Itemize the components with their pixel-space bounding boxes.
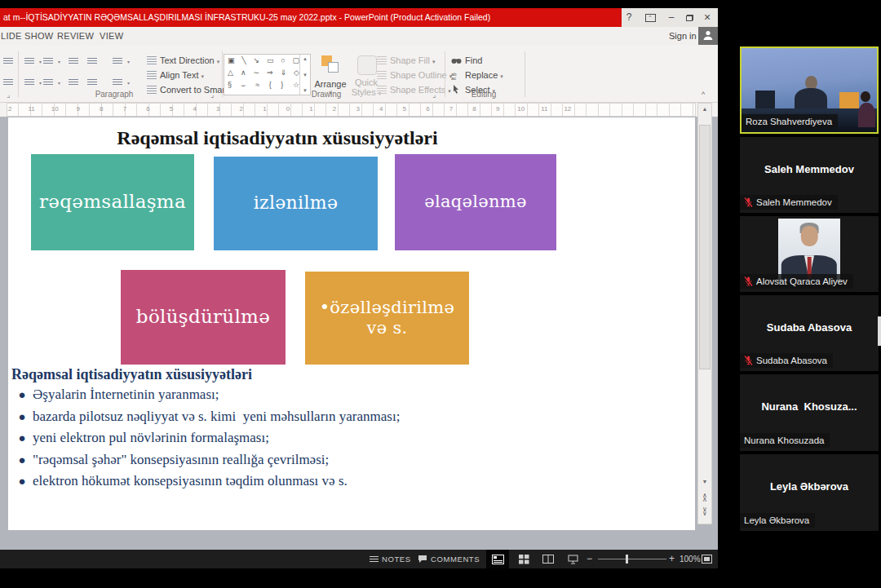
paragraph-dialog-launcher[interactable]: ⌟ — [210, 91, 214, 99]
slide-sorter-view-button[interactable] — [512, 550, 535, 568]
slide-shape[interactable]: izlənilmə — [214, 157, 378, 250]
numbering-button[interactable]: ▾ — [42, 55, 55, 69]
ruler-number: 2 — [236, 105, 247, 113]
shape-icon[interactable]: ∼ — [253, 67, 259, 79]
shape-icon[interactable]: § — [228, 79, 232, 91]
scrollbar-thumb[interactable] — [699, 125, 711, 369]
shape-outline-button[interactable]: Shape Outline▾ — [377, 70, 452, 83]
participant-tile[interactable]: Nurana Khosuza...Nurana Khosuzada — [740, 374, 879, 451]
ruler-number: 6 — [142, 105, 153, 113]
bullet-dot: ● — [11, 409, 33, 425]
shape-icon[interactable]: △ — [228, 67, 233, 79]
bullets-button[interactable]: ▾ — [23, 55, 37, 69]
tab-review[interactable]: REVIEW — [57, 27, 94, 45]
slide-shape-label: izlənilmə — [242, 192, 350, 214]
ruler-number: 7 — [119, 105, 131, 113]
shape-icon[interactable]: ⌣ — [241, 79, 246, 91]
tab-slide-show[interactable]: LIDE SHOW — [1, 27, 53, 45]
help-button[interactable]: ? — [620, 8, 638, 27]
ruler-number: 4 — [189, 105, 201, 113]
font-group-partial-icon[interactable] — [2, 77, 15, 90]
comments-button[interactable]: COMMENTS — [431, 550, 480, 568]
slide-scrollbar[interactable]: ▲ ▼ ∧∧ ∨∨ — [697, 103, 712, 524]
justify-button[interactable] — [86, 77, 100, 90]
slide-title[interactable]: Rəqəmsal iqtisadiyyatın xüsusiyyətləri — [8, 127, 547, 149]
slide-shape[interactable]: •özəlləşdirilmə və s. — [305, 272, 469, 365]
participant-tile[interactable]: Roza Shahverdiyeva — [740, 46, 879, 134]
slide-show-view-button[interactable] — [561, 550, 584, 568]
format-painter-partial-icon[interactable] — [2, 55, 15, 69]
zoom-in-button[interactable]: + — [669, 550, 675, 568]
font-dialog-launcher[interactable]: ⌟ — [7, 91, 10, 99]
zoom-slider-thumb[interactable] — [626, 555, 628, 564]
participant-name-label: Alovsat Qaraca Aliyev — [740, 274, 853, 289]
shape-fill-button[interactable]: Shape Fill▾ — [377, 55, 435, 69]
align-right-button[interactable] — [67, 77, 81, 90]
shape-icon[interactable]: ◇ — [294, 67, 299, 79]
scroll-down-icon[interactable]: ▼ — [698, 479, 711, 484]
slide-shape[interactable]: bölüşdürülmə — [121, 270, 286, 365]
shape-icon[interactable]: ○ — [281, 55, 285, 67]
replace-button[interactable]: abacReplace▾ — [451, 70, 503, 83]
participant-tile[interactable]: Sudaba Abasova Sudaba Abasova — [740, 295, 879, 371]
indent-increase-button[interactable] — [86, 55, 100, 69]
slide-bullet-list[interactable]: ●Əşyalarin İnternetinin yaranması;●bazar… — [11, 387, 599, 495]
align-center-button[interactable]: ▾ — [42, 77, 55, 90]
align-text-button[interactable]: Align Text▾ — [147, 70, 204, 83]
bullet-item: ●yeni elektron pul növlərinin formalaşma… — [11, 430, 599, 446]
line-spacing-icon — [113, 58, 122, 65]
close-button[interactable]: × — [698, 8, 716, 27]
participant-tile[interactable]: Saleh Memmedov Saleh Memmedov — [740, 137, 879, 213]
arrange-button[interactable]: Arrange — [308, 79, 352, 89]
indent-decrease-button[interactable] — [67, 55, 81, 69]
shape-outline-icon — [377, 71, 387, 79]
find-button[interactable]: Find — [451, 55, 482, 69]
shape-icon[interactable]: ≈ — [255, 79, 259, 91]
slide-shape[interactable]: əlaqələnmə — [395, 154, 556, 250]
text-direction-button[interactable]: Text Direction▾ — [147, 55, 219, 69]
slide-list-heading[interactable]: Rəqəmsal iqtisadiyyatın xüsusiyyətləri — [11, 366, 252, 383]
reading-view-button[interactable] — [537, 550, 560, 568]
minimize-button[interactable]: – — [662, 8, 680, 27]
sign-in-link[interactable]: Sign in — [669, 27, 697, 45]
collapse-ribbon-button[interactable]: ^ — [702, 91, 705, 99]
bullet-dot: ● — [11, 473, 33, 489]
previous-slide-button[interactable]: ∧∧ — [698, 493, 711, 502]
participants-scrollbar-thumb[interactable] — [878, 316, 881, 346]
participant-tile[interactable]: Alovsat Qaraca Aliyev — [740, 216, 879, 292]
zoom-level[interactable]: 100% — [680, 550, 701, 568]
zoom-slider-track[interactable] — [598, 559, 666, 559]
scroll-up-icon[interactable]: ▲ — [698, 106, 711, 112]
ruler-number: 10 — [49, 105, 60, 113]
zoom-out-button[interactable]: − — [587, 550, 592, 568]
shape-icon[interactable]: ▭ — [267, 55, 274, 67]
restore-button[interactable] — [680, 8, 698, 27]
line-spacing-button[interactable]: ▾ — [111, 55, 125, 69]
align-left-button[interactable]: ▾ — [23, 77, 37, 90]
shape-icon[interactable]: ⇒ — [267, 67, 273, 79]
slide-canvas[interactable]: Rəqəmsal iqtisadiyyatın xüsusiyyətləri r… — [8, 117, 695, 530]
participant-name: Roza Shahverdiyeva — [746, 116, 832, 127]
drawing-dialog-launcher[interactable]: ⌟ — [432, 91, 436, 99]
columns-button[interactable]: ▾ — [111, 77, 125, 90]
slide-shape[interactable]: rəqəmsallaşma — [31, 154, 194, 250]
shape-icon[interactable]: ∧ — [241, 67, 246, 79]
fit-slide-to-window-icon[interactable] — [702, 555, 712, 564]
tab-view[interactable]: VIEW — [100, 27, 123, 45]
notes-button[interactable]: NOTES — [382, 550, 411, 568]
normal-view-button[interactable] — [486, 550, 509, 568]
horizontal-ruler[interactable]: 1211109876543210123456789101112 — [7, 103, 696, 117]
shape-icon[interactable]: ⇓ — [281, 67, 287, 79]
shape-icon[interactable]: ↘ — [254, 55, 260, 67]
next-slide-button[interactable]: ∨∨ — [698, 507, 711, 515]
bullet-dot: ● — [11, 387, 33, 403]
shapes-grid: ▣╲↘▭○▢△∧∼⇒⇓◇§⌣≈{}☆ — [224, 55, 310, 91]
ribbon-display-options-button[interactable]: ^ — [641, 8, 659, 27]
participant-tile[interactable]: Leyla ƏkbərovaLeyla Əkbərova — [740, 454, 879, 531]
ruler-number: 5 — [399, 105, 410, 113]
shape-icon[interactable]: ▢ — [292, 55, 299, 67]
account-avatar[interactable] — [698, 27, 718, 45]
shape-effects-button[interactable]: Shape Effects▾ — [377, 85, 451, 98]
shape-icon[interactable]: ╲ — [241, 55, 246, 67]
shape-icon[interactable]: ▣ — [228, 55, 235, 67]
